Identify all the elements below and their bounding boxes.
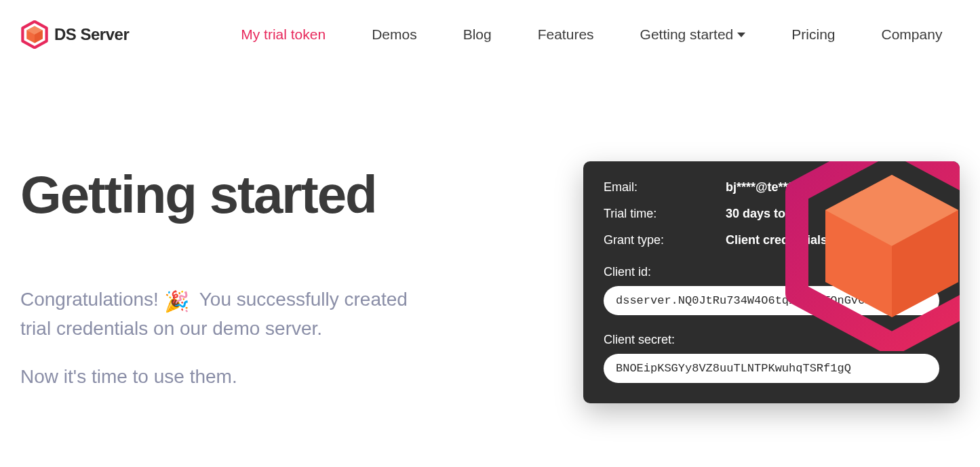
main-content: Getting started Congratulations! 🎉 You s…	[0, 171, 980, 403]
congrats-rest1: You successfully created	[199, 289, 408, 310]
email-label: Email:	[604, 180, 726, 195]
congrats-text: Congratulations! 🎉 You successfully crea…	[20, 287, 556, 341]
nav-trial-token[interactable]: My trial token	[241, 26, 326, 43]
main-nav: My trial token Demos Blog Features Getti…	[241, 26, 942, 43]
email-row: Email: bj****@te****com	[604, 180, 939, 195]
intro-section: Getting started Congratulations! 🎉 You s…	[20, 171, 556, 390]
nav-company[interactable]: Company	[882, 26, 943, 43]
nav-pricing[interactable]: Pricing	[791, 26, 835, 43]
hex-cube-icon	[20, 20, 49, 49]
nav-features[interactable]: Features	[538, 26, 594, 43]
email-value: bj****@te****com	[726, 180, 823, 195]
site-header: DS Server My trial token Demos Blog Feat…	[0, 0, 980, 49]
grant-type-label: Grant type:	[604, 233, 726, 247]
trial-time-label: Trial time:	[604, 207, 726, 221]
client-secret-label: Client secret:	[604, 333, 939, 347]
client-id-label: Client id:	[604, 265, 939, 279]
brand-name: DS Server	[54, 25, 129, 44]
brand-logo[interactable]: DS Server	[20, 20, 129, 49]
grant-type-row: Grant type: Client credentials [?]	[604, 233, 939, 247]
nav-getting-started[interactable]: Getting started	[640, 26, 746, 43]
credentials-card: Email: bj****@te****com Trial time: 30 d…	[583, 161, 960, 403]
client-id-input[interactable]	[604, 286, 939, 315]
grant-type-help-link[interactable]: [?]	[834, 233, 849, 247]
nav-demos[interactable]: Demos	[372, 26, 417, 43]
trial-time-row: Trial time: 30 days to go	[604, 207, 939, 221]
congrats-prefix: Congratulations!	[20, 289, 159, 310]
grant-type-value: Client credentials [?]	[726, 233, 849, 247]
grant-type-text: Client credentials	[726, 233, 827, 247]
caret-down-icon	[737, 33, 745, 37]
congrats-rest2: trial credentials on our demo server.	[20, 318, 322, 339]
now-text: Now it's time to use them.	[20, 364, 556, 390]
party-popper-icon: 🎉	[164, 288, 189, 316]
page-title: Getting started	[20, 164, 556, 226]
trial-time-value: 30 days to go	[726, 207, 804, 221]
nav-blog[interactable]: Blog	[463, 26, 492, 43]
nav-getting-started-label: Getting started	[640, 26, 734, 43]
client-secret-input[interactable]	[604, 354, 939, 383]
